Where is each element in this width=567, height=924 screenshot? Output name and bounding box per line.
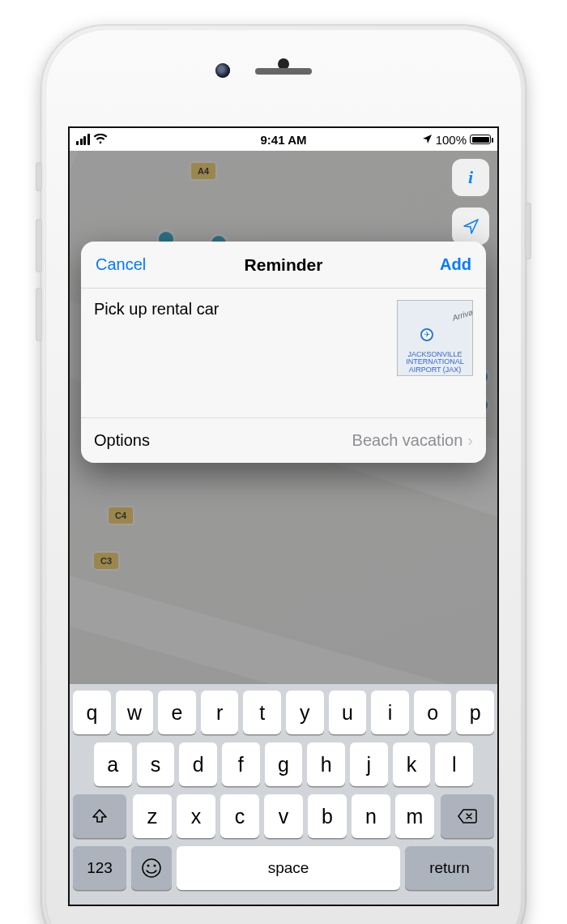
key-h[interactable]: h <box>307 742 345 786</box>
space-key[interactable]: space <box>177 846 400 890</box>
alert-header: Cancel Reminder Add <box>81 242 486 289</box>
key-v[interactable]: v <box>264 794 303 838</box>
keyboard-row-2: asdfghjkl <box>73 742 494 786</box>
key-f[interactable]: f <box>222 742 260 786</box>
wifi-icon <box>93 133 108 147</box>
airplane-icon: ✈ <box>420 328 433 341</box>
key-q[interactable]: q <box>73 691 111 734</box>
key-r[interactable]: r <box>201 691 239 734</box>
earpiece-speaker <box>255 68 312 75</box>
key-p[interactable]: p <box>456 691 494 734</box>
key-z[interactable]: z <box>133 794 172 838</box>
key-k[interactable]: k <box>393 742 431 786</box>
add-button[interactable]: Add <box>425 242 486 288</box>
options-label: Options <box>94 431 150 450</box>
chevron-right-icon: › <box>467 431 473 450</box>
thumb-airport-line3: AIRPORT (JAX) <box>409 366 462 374</box>
options-row[interactable]: Options Beach vacation › <box>81 418 486 463</box>
key-g[interactable]: g <box>265 742 303 786</box>
key-b[interactable]: b <box>308 794 347 838</box>
key-l[interactable]: l <box>435 742 473 786</box>
front-camera <box>215 63 230 78</box>
map-info-button[interactable]: i <box>452 159 489 196</box>
location-icon <box>422 133 433 147</box>
iphone-frame: 9:41 AM 100% A4 <box>40 24 526 924</box>
reminder-text-input[interactable]: Pick up rental car <box>94 300 389 395</box>
cellular-signal-icon <box>76 134 90 145</box>
key-w[interactable]: w <box>116 691 154 734</box>
map-locate-button[interactable] <box>452 207 489 245</box>
shift-key[interactable] <box>73 794 126 838</box>
key-t[interactable]: t <box>243 691 281 734</box>
key-a[interactable]: a <box>94 742 132 786</box>
status-bar: 9:41 AM 100% <box>70 128 497 151</box>
battery-icon <box>470 135 491 144</box>
key-y[interactable]: y <box>286 691 324 734</box>
key-o[interactable]: o <box>414 691 452 734</box>
keyboard: qwertyuiop asdfghjkl zxcvbnm 123 <box>70 684 497 905</box>
return-key[interactable]: return <box>405 846 494 890</box>
cancel-button[interactable]: Cancel <box>81 242 160 288</box>
battery-percentage: 100% <box>436 133 467 147</box>
key-n[interactable]: n <box>352 794 390 838</box>
keyboard-row-4: 123 space return <box>73 846 494 890</box>
key-j[interactable]: j <box>350 742 388 786</box>
alert-body: Pick up rental car Arrivals ✈ JACKSONVIL… <box>81 289 486 418</box>
volume-up-button <box>36 219 42 272</box>
volume-down-button <box>36 288 42 341</box>
mute-switch <box>36 162 42 191</box>
svg-point-3 <box>147 865 150 867</box>
key-e[interactable]: e <box>158 691 196 734</box>
numbers-key[interactable]: 123 <box>73 846 126 890</box>
key-s[interactable]: s <box>137 742 175 786</box>
key-i[interactable]: i <box>371 691 409 734</box>
reminder-alert: Cancel Reminder Add Pick up rental car A… <box>81 242 486 463</box>
key-u[interactable]: u <box>329 691 367 734</box>
key-x[interactable]: x <box>177 794 215 838</box>
emoji-key[interactable] <box>131 846 172 890</box>
options-value: Beach vacation <box>352 431 463 450</box>
key-m[interactable]: m <box>395 794 434 838</box>
iphone-bezel: 9:41 AM 100% A4 <box>45 29 522 924</box>
key-c[interactable]: c <box>220 794 259 838</box>
svg-point-4 <box>154 865 156 867</box>
keyboard-row-1: qwertyuiop <box>73 691 494 734</box>
svg-point-2 <box>143 859 160 877</box>
keyboard-row-3: zxcvbnm <box>73 794 494 838</box>
location-thumbnail[interactable]: Arrivals ✈ JACKSONVILLE INTERNATIONAL AI… <box>397 300 473 376</box>
key-d[interactable]: d <box>179 742 217 786</box>
alert-title: Reminder <box>245 255 323 275</box>
power-button <box>525 203 531 259</box>
thumb-arrivals-label: Arrivals <box>451 306 473 323</box>
backspace-key[interactable] <box>441 794 494 838</box>
screen: 9:41 AM 100% A4 <box>68 126 499 906</box>
